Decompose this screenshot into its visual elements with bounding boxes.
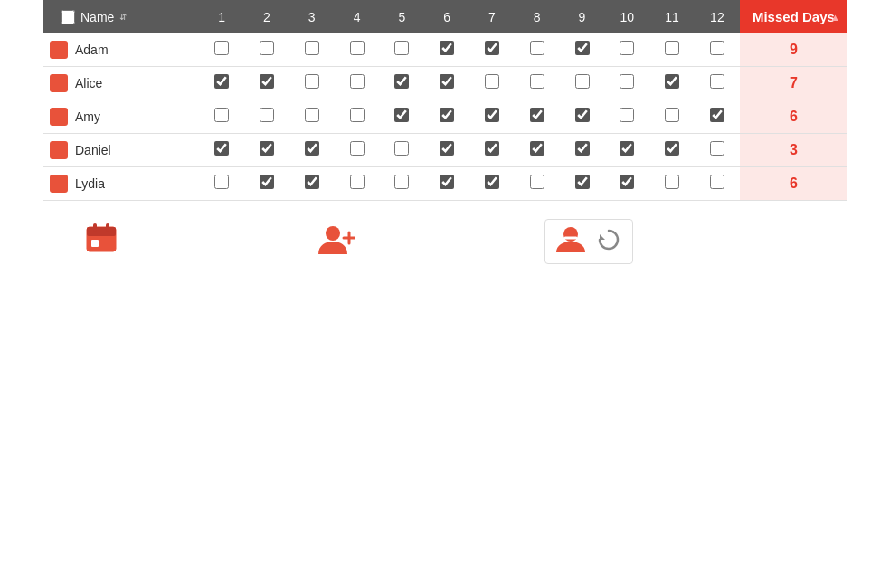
checkbox-adam-col8[interactable]	[530, 41, 544, 55]
check-cell-col1[interactable]	[199, 167, 244, 201]
checkbox-alice-col1[interactable]	[214, 74, 229, 89]
checkbox-daniel-col7[interactable]	[485, 141, 499, 156]
checkbox-alice-col12[interactable]	[710, 74, 724, 89]
check-cell-col7[interactable]	[469, 134, 515, 167]
check-cell-col3[interactable]	[289, 67, 335, 100]
check-cell-col9[interactable]	[560, 33, 605, 67]
checkbox-amy-col11[interactable]	[665, 108, 679, 122]
checkbox-daniel-col4[interactable]	[350, 141, 365, 156]
check-cell-col10[interactable]	[604, 167, 649, 201]
check-cell-col12[interactable]	[695, 100, 740, 134]
calendar-button[interactable]	[70, 214, 133, 269]
checkbox-alice-col3[interactable]	[305, 74, 319, 89]
checkbox-amy-col9[interactable]	[575, 108, 590, 122]
check-cell-col10[interactable]	[604, 100, 649, 134]
checkbox-amy-col10[interactable]	[620, 108, 634, 122]
check-cell-col9[interactable]	[560, 67, 605, 100]
check-cell-col5[interactable]	[379, 100, 424, 134]
checkbox-amy-col1[interactable]	[214, 108, 229, 122]
check-cell-col4[interactable]	[335, 100, 380, 134]
checkbox-amy-col7[interactable]	[485, 108, 499, 122]
checkbox-alice-col2[interactable]	[260, 74, 274, 89]
check-cell-col5[interactable]	[379, 33, 424, 67]
checkbox-daniel-col8[interactable]	[530, 141, 544, 156]
check-cell-col7[interactable]	[469, 167, 515, 201]
checkbox-adam-col2[interactable]	[260, 41, 274, 55]
check-cell-col9[interactable]	[560, 167, 605, 201]
check-cell-col12[interactable]	[695, 134, 740, 167]
check-cell-col11[interactable]	[649, 167, 695, 201]
checkbox-adam-col4[interactable]	[350, 41, 365, 55]
check-cell-col5[interactable]	[379, 167, 424, 201]
checkbox-lydia-col12[interactable]	[710, 175, 724, 189]
checkbox-amy-col3[interactable]	[305, 108, 319, 122]
check-cell-col6[interactable]	[424, 67, 469, 100]
check-cell-col12[interactable]	[695, 167, 740, 201]
checkbox-lydia-col8[interactable]	[530, 175, 544, 189]
checkbox-adam-col6[interactable]	[440, 41, 454, 55]
checkbox-alice-col6[interactable]	[440, 74, 454, 89]
checkbox-alice-col9[interactable]	[575, 74, 590, 89]
checkbox-daniel-col1[interactable]	[214, 141, 229, 156]
checkbox-adam-col1[interactable]	[214, 41, 229, 55]
check-cell-col3[interactable]	[289, 167, 335, 201]
check-cell-col8[interactable]	[515, 100, 560, 134]
check-cell-col10[interactable]	[604, 67, 649, 100]
checkbox-alice-col10[interactable]	[620, 74, 634, 89]
checkbox-lydia-col4[interactable]	[350, 175, 365, 189]
checkbox-alice-col7[interactable]	[485, 74, 499, 89]
checkbox-daniel-col2[interactable]	[260, 141, 274, 156]
checkbox-lydia-col1[interactable]	[214, 175, 229, 189]
check-cell-col4[interactable]	[335, 67, 380, 100]
checkbox-alice-col4[interactable]	[350, 74, 365, 89]
checkbox-lydia-col7[interactable]	[485, 175, 499, 189]
check-cell-col1[interactable]	[199, 33, 244, 67]
checkbox-lydia-col9[interactable]	[575, 175, 590, 189]
check-cell-col6[interactable]	[424, 167, 469, 201]
checkbox-alice-col8[interactable]	[530, 74, 544, 89]
checkbox-daniel-col12[interactable]	[710, 141, 724, 156]
missed-sort-icon[interactable]: ▲	[830, 12, 840, 23]
checkbox-adam-col9[interactable]	[575, 41, 590, 55]
check-cell-col12[interactable]	[695, 33, 740, 67]
check-cell-col8[interactable]	[515, 167, 560, 201]
check-cell-col2[interactable]	[244, 33, 289, 67]
check-cell-col1[interactable]	[199, 100, 244, 134]
name-sort-icon[interactable]: ⇵	[119, 13, 127, 22]
check-cell-col3[interactable]	[289, 134, 335, 167]
check-cell-col11[interactable]	[649, 67, 695, 100]
check-cell-col6[interactable]	[424, 100, 469, 134]
check-cell-col1[interactable]	[199, 67, 244, 100]
check-cell-col2[interactable]	[244, 167, 289, 201]
checkbox-alice-col5[interactable]	[394, 74, 409, 89]
checkbox-amy-col5[interactable]	[394, 108, 409, 122]
check-cell-col6[interactable]	[424, 33, 469, 67]
check-cell-col10[interactable]	[604, 33, 649, 67]
check-cell-col2[interactable]	[244, 67, 289, 100]
check-cell-col7[interactable]	[469, 100, 515, 134]
check-cell-col8[interactable]	[515, 134, 560, 167]
check-cell-col4[interactable]	[335, 134, 380, 167]
check-cell-col9[interactable]	[560, 100, 605, 134]
checkbox-amy-col4[interactable]	[350, 108, 365, 122]
checkbox-lydia-col11[interactable]	[665, 175, 679, 189]
check-cell-col3[interactable]	[289, 33, 335, 67]
checkbox-amy-col6[interactable]	[440, 108, 454, 122]
checkbox-daniel-col11[interactable]	[665, 141, 679, 156]
check-cell-col11[interactable]	[649, 100, 695, 134]
check-cell-col7[interactable]	[469, 33, 515, 67]
add-user-button[interactable]	[305, 214, 368, 269]
check-cell-col11[interactable]	[649, 33, 695, 67]
check-cell-col2[interactable]	[244, 100, 289, 134]
check-cell-col7[interactable]	[469, 67, 515, 100]
remove-user-refresh-group[interactable]	[544, 219, 633, 264]
checkbox-lydia-col5[interactable]	[394, 175, 409, 189]
check-cell-col3[interactable]	[289, 100, 335, 134]
check-cell-col6[interactable]	[424, 134, 469, 167]
check-cell-col4[interactable]	[335, 33, 380, 67]
checkbox-lydia-col6[interactable]	[440, 175, 454, 189]
check-cell-col5[interactable]	[379, 67, 424, 100]
checkbox-lydia-col3[interactable]	[305, 175, 319, 189]
check-cell-col9[interactable]	[560, 134, 605, 167]
checkbox-lydia-col10[interactable]	[620, 175, 634, 189]
